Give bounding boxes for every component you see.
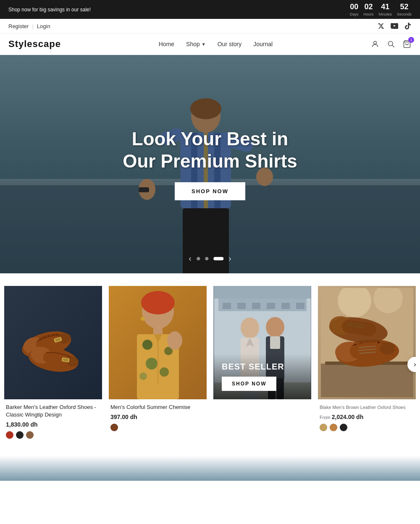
hero-section: Look Your Best in Our Premium Shirts SHO…	[0, 55, 420, 273]
hero-next-arrow[interactable]: ›	[228, 254, 231, 263]
hero-content: Look Your Best in Our Premium Shirts SHO…	[123, 128, 297, 201]
svg-rect-53	[223, 303, 231, 309]
main-header: Stylescape Home Shop ▼ Our story Journal…	[0, 34, 420, 55]
product-colors-4	[320, 424, 414, 431]
hero-shop-now-button[interactable]: SHOP NOW	[175, 182, 245, 200]
svg-point-48	[167, 331, 182, 350]
logo[interactable]: Stylescape	[8, 39, 61, 50]
search-icon[interactable]	[386, 39, 396, 49]
svg-rect-57	[281, 303, 290, 309]
hero-dot-1[interactable]	[197, 257, 200, 260]
countdown-hours: 02 Hours	[363, 3, 373, 16]
product-info-1: Barker Men's Leather Oxford Shoes - Clas…	[4, 399, 102, 443]
product-colors-2	[110, 424, 205, 431]
product-name-4: Blake Men's Brown Leather Oxford Shoes	[320, 403, 414, 411]
product-image-1[interactable]	[4, 286, 102, 399]
hero-dot-2[interactable]	[205, 257, 208, 260]
social-icons	[377, 22, 412, 30]
tiktok-icon[interactable]	[404, 22, 412, 30]
nav-journal[interactable]: Journal	[253, 41, 273, 47]
login-link[interactable]: Login	[37, 23, 50, 29]
product-image-4[interactable]	[318, 286, 416, 399]
product-image-2[interactable]	[109, 286, 207, 399]
svg-point-44	[160, 367, 169, 377]
svg-rect-68	[270, 336, 280, 349]
register-link[interactable]: Register	[8, 23, 29, 29]
svg-point-60	[241, 317, 259, 338]
products-section: Barker Men's Leather Oxford Shoes - Clas…	[0, 273, 420, 456]
best-seller-overlay: BEST SELLER SHOP NOW	[213, 354, 311, 399]
sale-text: Shop now for big savings in our sale!	[8, 7, 350, 13]
color-swatch-tan[interactable]	[26, 431, 34, 439]
top-banner: Shop now for big savings in our sale! 00…	[0, 0, 420, 19]
svg-line-2	[392, 45, 394, 47]
cart-icon[interactable]: 1	[402, 39, 412, 49]
product-card-4: Blake Men's Brown Leather Oxford Shoes F…	[318, 286, 416, 443]
best-seller-shop-now-button[interactable]: SHOP NOW	[222, 377, 276, 391]
color-swatch-brown[interactable]	[110, 424, 118, 431]
product-image-3[interactable]: BEST SELLER SHOP NOW	[213, 286, 311, 399]
product-card-2: Men's Colorful Summer Chemise 397.00 dh	[109, 286, 207, 443]
auth-links: Register | Login	[8, 23, 50, 29]
nav-our-story[interactable]: Our story	[218, 41, 242, 47]
account-icon[interactable]	[370, 39, 380, 49]
product-card-1: Barker Men's Leather Oxford Shoes - Clas…	[4, 286, 102, 443]
bottom-tease	[0, 456, 420, 481]
price-from-label: From	[320, 415, 332, 420]
countdown-minutes: 41 Minutes	[378, 3, 392, 16]
cart-count: 1	[408, 37, 414, 43]
svg-rect-54	[237, 303, 246, 309]
nav-home[interactable]: Home	[159, 41, 174, 47]
product-colors-1	[6, 431, 100, 439]
main-nav: Home Shop ▼ Our story Journal	[159, 41, 273, 47]
svg-point-1	[388, 41, 393, 46]
best-seller-label: BEST SELLER	[222, 362, 303, 372]
product-name-1: Barker Men's Leather Oxford Shoes - Clas…	[6, 403, 100, 419]
svg-point-0	[374, 41, 377, 44]
product-info-4: Blake Men's Brown Leather Oxford Shoes F…	[318, 399, 416, 435]
product-card-3: BEST SELLER SHOP NOW	[213, 286, 311, 443]
svg-point-66	[266, 317, 284, 337]
product-price-2: 397.00 dh	[110, 414, 205, 420]
countdown-seconds: 52 Seconds	[397, 3, 412, 16]
svg-rect-56	[267, 303, 275, 309]
youtube-icon[interactable]	[391, 22, 398, 30]
svg-point-49	[141, 317, 145, 321]
svg-rect-55	[252, 303, 260, 309]
svg-rect-58	[296, 303, 304, 309]
countdown: 00 Days 02 Hours 41 Minutes 52 Seconds	[350, 3, 412, 16]
hero-title: Look Your Best in Our Premium Shirts	[123, 128, 297, 173]
svg-point-38	[141, 291, 175, 314]
hero-navigation: ‹ ›	[189, 254, 231, 263]
chevron-down-icon: ▼	[202, 42, 206, 47]
color-swatch-black[interactable]	[16, 431, 24, 439]
product-name-2: Men's Colorful Summer Chemise	[110, 403, 205, 411]
color-swatch-tan2[interactable]	[320, 424, 327, 431]
svg-rect-47	[157, 334, 159, 385]
product-price-1: 1,830.00 dh	[6, 421, 100, 428]
svg-point-45	[139, 372, 147, 380]
svg-rect-52	[218, 299, 307, 311]
product-price-4: From 2,024.00 dh	[320, 414, 414, 420]
svg-rect-72	[321, 364, 413, 397]
svg-point-43	[146, 358, 158, 369]
countdown-days: 00 Days	[350, 3, 359, 16]
products-grid: Barker Men's Leather Oxford Shoes - Clas…	[4, 286, 416, 443]
header-actions: 1	[370, 39, 412, 49]
hero-dot-3[interactable]	[213, 257, 223, 260]
nav-shop[interactable]: Shop ▼	[186, 41, 206, 47]
auth-bar: Register | Login	[0, 19, 420, 34]
color-swatch-black2[interactable]	[340, 424, 347, 431]
svg-point-41	[142, 340, 152, 350]
hero-prev-arrow[interactable]: ‹	[189, 254, 192, 263]
color-swatch-red[interactable]	[6, 431, 13, 439]
color-swatch-camel[interactable]	[330, 424, 337, 431]
twitter-icon[interactable]	[377, 22, 385, 30]
product-info-2: Men's Colorful Summer Chemise 397.00 dh	[109, 399, 207, 435]
